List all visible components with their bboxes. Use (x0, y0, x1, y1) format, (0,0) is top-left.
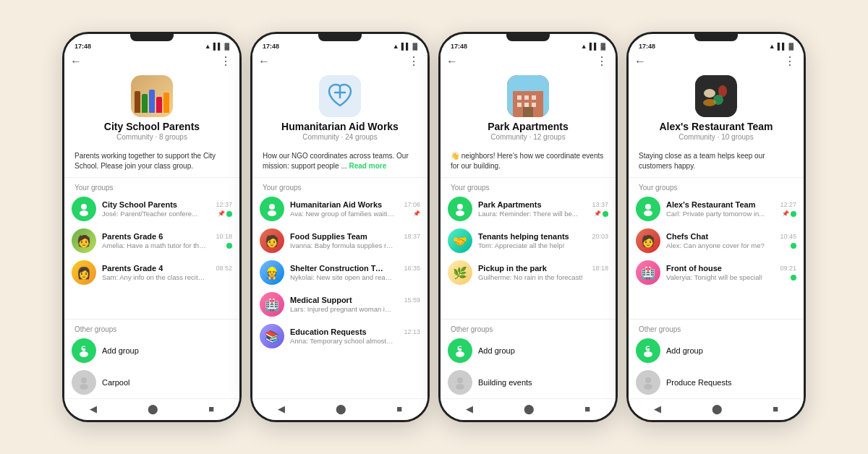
svg-point-27 (457, 377, 463, 383)
pinned-icon: 📌 (218, 210, 225, 217)
divider (64, 177, 239, 178)
status-bar: 17:48 ▲ ▌▌ ▓ (629, 41, 804, 51)
group-name: Pickup in the park (478, 264, 547, 273)
group-name: Medical Support (290, 296, 352, 304)
group-time: 18:37 (404, 233, 420, 240)
group-item[interactable]: Alex's Restaurant Team 12:27 Carl: Priva… (629, 193, 804, 225)
status-time: 17:48 (451, 43, 467, 50)
msg-status: 📌 (218, 210, 232, 217)
group-info: Parents Grade 6 10:18 Amelia: Have a mat… (102, 232, 232, 249)
phone-3: 17:48 ▲ ▌▌ ▓ ← ⋮ (438, 32, 618, 422)
add-group-label: Add group (478, 346, 515, 355)
community-desc: How our NGO coordinates across teams. Ou… (252, 147, 427, 174)
community-icon (131, 75, 173, 117)
group-msg: Ivanna: Baby formula supplies running ..… (290, 241, 395, 249)
group-item[interactable]: 🧑 Parents Grade 6 10:18 Amelia: Have a m… (64, 225, 239, 257)
group-msg: Carl: Private party tomorrow in... (666, 210, 765, 218)
msg-status (791, 243, 796, 249)
svg-rect-15 (524, 95, 529, 100)
group-item[interactable]: 🤝 Tenants helping tenants 20:03 Tom: App… (441, 225, 616, 257)
battery-icon: ▓ (600, 43, 605, 50)
more-menu-button[interactable]: ⋮ (220, 54, 232, 68)
group-item[interactable]: City School Parents 12:37 José: Parent/T… (64, 193, 239, 225)
group-avatar (636, 197, 660, 221)
home-nav-button[interactable]: ⬤ (712, 403, 723, 414)
recent-nav-button[interactable]: ■ (773, 403, 778, 414)
group-info: Shelter Construction Team 16:35 Nykolai:… (290, 264, 420, 281)
your-groups-label: Your groups (441, 181, 616, 193)
other-item[interactable]: Carpool (64, 367, 239, 398)
community-icon (695, 75, 737, 117)
back-button[interactable]: ← (70, 55, 82, 68)
home-nav-button[interactable]: ⬤ (336, 403, 346, 414)
your-groups-label: Your groups (64, 181, 239, 193)
community-meta: Community · 24 groups (302, 133, 377, 141)
divider (252, 177, 427, 178)
group-item[interactable]: 👷 Shelter Construction Team 16:35 Nykola… (252, 257, 427, 288)
back-nav-button[interactable]: ◀ (278, 403, 285, 414)
more-menu-button[interactable]: ⋮ (408, 54, 420, 68)
recent-nav-button[interactable]: ■ (208, 403, 214, 414)
back-button[interactable]: ← (634, 55, 646, 68)
group-item[interactable]: 🧑 Food Supplies Team 18:37 Ivanna: Baby … (252, 225, 427, 257)
group-item[interactable]: 🏥 Front of house 09:21 Valeryia: Tonight… (629, 257, 804, 288)
unread-dot (791, 275, 796, 280)
other-item[interactable]: Produce Requests (629, 367, 804, 398)
group-item[interactable]: 👩 Parents Grade 4 08:52 Sam: Any info on… (64, 257, 239, 288)
group-item[interactable]: 🌿 Pickup in the park 18:18 Guilherme: No… (441, 257, 616, 288)
read-more-link[interactable]: Read more (349, 162, 387, 170)
community-header: Park Apartments Community · 12 groups (441, 71, 616, 147)
home-nav-button[interactable]: ⬤ (524, 403, 535, 414)
more-menu-button[interactable]: ⋮ (784, 54, 796, 68)
top-bar: ← ⋮ (441, 51, 616, 71)
more-menu-button[interactable]: ⋮ (596, 54, 608, 68)
group-item[interactable]: 📚 Education Requests 12:13 Anna: Tempora… (252, 320, 427, 352)
group-info: Chefs Chat 10:45 Alex: Can anyone cover … (666, 232, 796, 249)
group-info: Alex's Restaurant Team 12:27 Carl: Priva… (666, 200, 796, 218)
svg-rect-17 (517, 103, 522, 107)
svg-point-9 (269, 204, 275, 210)
back-nav-button[interactable]: ◀ (90, 403, 97, 414)
community-icon (319, 75, 361, 117)
add-group-item[interactable]: Add group (64, 335, 239, 367)
group-item[interactable]: Humanitarian Aid Works 17:06 Ava: New gr… (252, 193, 427, 225)
svg-point-6 (81, 377, 87, 383)
recent-nav-button[interactable]: ■ (584, 403, 590, 414)
phone-notch (130, 34, 174, 41)
other-item[interactable]: Building events (441, 367, 616, 398)
other-label: Produce Requests (666, 378, 732, 387)
phone-screen: 17:48 ▲ ▌▌ ▓ ← ⋮ (441, 41, 616, 398)
community-name: Alex's Restaurant Team (659, 121, 773, 132)
phone-screen: 17:48 ▲ ▌▌ ▓ ← ⋮ City School Pa (64, 41, 239, 398)
top-bar: ← ⋮ (252, 51, 427, 71)
groups-list: Humanitarian Aid Works 17:06 Ava: New gr… (252, 193, 427, 398)
add-group-label: Add group (102, 346, 139, 355)
group-name: Alex's Restaurant Team (666, 200, 755, 209)
group-item[interactable]: 🧑 Chefs Chat 10:45 Alex: Can anyone cove… (629, 225, 804, 257)
other-label: Carpool (102, 378, 130, 387)
svg-point-21 (457, 204, 463, 210)
recent-nav-button[interactable]: ■ (396, 403, 402, 414)
group-item[interactable]: 🏥 Medical Support 15:59 Lars: Injured pr… (252, 288, 427, 320)
home-nav-button[interactable]: ⬤ (148, 403, 158, 414)
your-groups-label: Your groups (629, 181, 804, 193)
pinned-icon: 📌 (594, 210, 601, 217)
back-button[interactable]: ← (446, 55, 458, 68)
battery-icon: ▓ (224, 43, 229, 50)
battery-icon: ▓ (788, 43, 793, 50)
group-time: 16:35 (404, 265, 420, 272)
add-group-item[interactable]: Add group (441, 335, 616, 367)
back-nav-button[interactable]: ◀ (654, 403, 661, 414)
back-nav-button[interactable]: ◀ (466, 403, 473, 414)
msg-status (791, 275, 796, 280)
group-avatar: 👷 (260, 260, 284, 285)
group-msg: Alex: Can anyone cover for me? (666, 241, 765, 249)
phone-bottom-bar: ◀ ⬤ ■ (252, 398, 427, 420)
add-group-item[interactable]: Add group (629, 335, 804, 367)
group-time: 10:18 (216, 233, 232, 240)
back-button[interactable]: ← (258, 55, 270, 68)
group-avatar (260, 197, 284, 221)
group-item[interactable]: Park Apartments 13:37 Laura: Reminder: T… (441, 193, 616, 225)
group-avatar: 🧑 (260, 228, 284, 253)
community-name: Park Apartments (488, 121, 569, 132)
